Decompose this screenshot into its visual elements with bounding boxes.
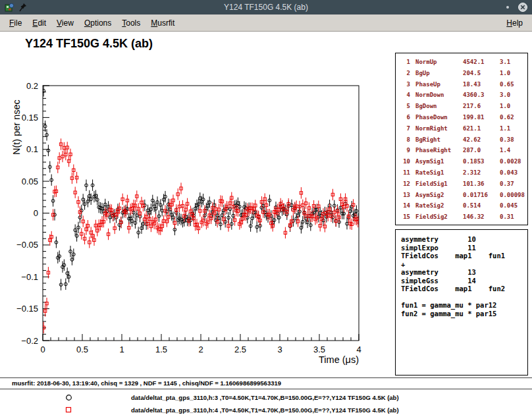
param-value: 204.5: [463, 68, 500, 79]
menu-item-label: Help: [506, 18, 523, 28]
window-controls: [502, 2, 528, 13]
y-tick-label: 0.1: [26, 144, 38, 154]
legend-item: data/deltat_pta_gps_3110,h:4 ,T0=4.50K,T…: [0, 404, 532, 416]
menubar-left: FileEditViewOptionsToolsMusrfit: [4, 16, 180, 30]
x-tick-label: 3.5: [313, 345, 325, 354]
param-error: 3.1: [500, 57, 527, 68]
param-value: 199.81: [463, 112, 500, 123]
close-button[interactable]: [518, 2, 528, 13]
y-tick-label: −0.2: [21, 336, 38, 346]
x-tick-label: 2: [198, 345, 203, 354]
param-error: 0.65: [500, 79, 527, 90]
menu-item-label: View: [57, 18, 74, 28]
parameter-row: 6PhaseDown199.810.62: [396, 112, 527, 123]
fit-stats: musrfit: 2018-06-30, 13:19:40, chisq = 1…: [0, 378, 532, 389]
theory-line: asymmetry 13: [401, 268, 527, 277]
param-error: 0.62: [500, 112, 527, 123]
parameter-row: 10AsymSig10.18530.0028: [396, 156, 527, 167]
theory-line: asymmetry 10: [401, 235, 527, 244]
param-name: FieldSig2: [415, 211, 463, 223]
param-error: 1.1: [500, 123, 527, 134]
param-no: 2: [400, 68, 410, 79]
param-error: 1.4: [500, 145, 527, 156]
param-name: PhaseDown: [415, 112, 463, 123]
param-name: RateSig2: [415, 200, 463, 211]
theory-line: fun1 = gamma_mu * par12: [401, 301, 527, 310]
param-value: 0.1853: [463, 156, 500, 167]
legend-marker-circle: [65, 394, 72, 401]
y-tick-label: 0.15: [22, 113, 38, 123]
param-name: FieldSig1: [415, 179, 463, 190]
minimize-button[interactable]: [502, 2, 513, 13]
parameter-row: 9PhaseRight287.01.4: [396, 145, 527, 156]
parameter-row: 15FieldSig2146.320.31: [396, 211, 527, 223]
param-no: 7: [400, 123, 410, 134]
param-no: 12: [400, 179, 410, 190]
theory-line: TFieldCos map1 fun1: [401, 252, 527, 260]
param-no: 5: [400, 101, 410, 112]
param-no: 11: [400, 167, 410, 179]
parameter-row: 14RateSig20.5140.045: [396, 200, 527, 211]
menu-item-file[interactable]: File: [4, 16, 27, 30]
param-name: BgDown: [415, 101, 463, 112]
parameter-row: 1NormUp4542.13.1: [396, 57, 527, 68]
param-no: 1: [400, 57, 410, 68]
param-error: 0.0028: [500, 156, 527, 167]
legend: data/deltat_pta_gps_3110,h:3 ,T0=4.50K,T…: [0, 389, 532, 416]
parameter-row: 4NormDown4360.33.0: [396, 90, 527, 101]
parameter-row: 2BgUp204.51.0: [396, 68, 527, 79]
series-red-squares: [42, 138, 359, 333]
param-error: 0.38: [500, 134, 527, 146]
menu-item-label: File: [9, 18, 22, 28]
series-black-circles: [42, 85, 359, 291]
theory-line: TFieldCos map1 fun2: [401, 285, 527, 293]
param-name: BgUp: [415, 68, 463, 79]
parameter-row: 3PhaseUp18.430.65: [396, 79, 527, 90]
x-tick-label: 0: [40, 345, 45, 354]
param-no: 6: [400, 112, 410, 123]
param-name: PhaseUp: [415, 79, 463, 90]
param-name: BgRight: [415, 134, 463, 146]
y-tick-label: 0: [34, 208, 38, 218]
application-window: Y124 TF150G 4.5K (ab) FileEditViewOption…: [0, 0, 532, 417]
menu-item-label: Options: [84, 18, 111, 28]
param-name: RateSig1: [415, 167, 463, 179]
plot-canvas[interactable]: 00.511.522.533.54−0.2−0.15−0.1−0.0500.05…: [0, 32, 395, 377]
x-tick-label: 1.5: [155, 345, 167, 354]
menubar-right: Help: [501, 16, 528, 30]
menu-item-help[interactable]: Help: [501, 16, 528, 30]
menubar: FileEditViewOptionsToolsMusrfit Help: [0, 14, 532, 32]
param-value: 287.0: [463, 145, 500, 156]
param-error: 1.0: [500, 101, 527, 112]
plot-title: Y124 TF150G 4.5K (ab): [25, 37, 153, 51]
theory-line: simplExpo 11: [401, 244, 527, 252]
param-error: 1.0: [500, 68, 527, 79]
param-error: 0.00098: [500, 190, 527, 201]
pin-icon[interactable]: [18, 2, 28, 13]
theory-line: simpleGss 14: [401, 277, 527, 285]
param-no: 14: [400, 200, 410, 211]
theory-line: fun2 = gamma_mu * par15: [401, 310, 527, 318]
param-value: 2.312: [463, 167, 500, 179]
parameter-row: 12FieldSig1101.360.37: [396, 179, 527, 190]
menu-item-options[interactable]: Options: [79, 16, 117, 30]
window-titlebar[interactable]: Y124 TF150G 4.5K (ab): [0, 0, 532, 14]
param-name: PhaseRight: [415, 145, 463, 156]
param-value: 18.43: [463, 79, 500, 90]
parameter-row: 8BgRight42.620.38: [396, 134, 527, 146]
parameter-table: 1NormUp4542.13.12BgUp204.51.03PhaseUp18.…: [395, 53, 528, 225]
menu-item-tools[interactable]: Tools: [117, 16, 146, 30]
param-error: 0.37: [500, 179, 527, 190]
footer: musrfit: 2018-06-30, 13:19:40, chisq = 1…: [0, 377, 532, 417]
legend-marker-square: [65, 406, 72, 414]
x-tick-label: 3: [277, 345, 282, 354]
y-tick-label: −0.1: [21, 272, 38, 282]
menu-item-label: Musrfit: [151, 18, 174, 28]
param-no: 4: [400, 90, 410, 101]
menu-item-view[interactable]: View: [51, 16, 79, 30]
menu-item-edit[interactable]: Edit: [27, 16, 51, 30]
param-value: 42.62: [463, 134, 500, 146]
menu-item-musrfit[interactable]: Musrfit: [146, 16, 180, 30]
app-icon: [4, 2, 14, 13]
param-value: 621.1: [463, 123, 500, 134]
